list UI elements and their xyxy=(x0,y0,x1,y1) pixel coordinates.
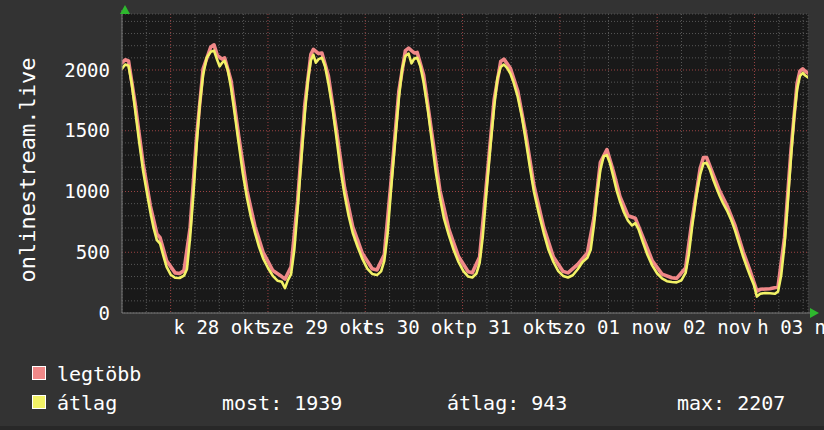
legend-swatch-avg xyxy=(32,395,46,409)
graph-window: onlinestream.live 0500100015002000 k 28 … xyxy=(0,0,824,430)
stat-average: átlag: 943 xyxy=(447,393,567,413)
y-axis-label: 1500 xyxy=(6,121,110,140)
window-bottom-edge xyxy=(0,426,824,430)
x-axis-label: v 02 nov xyxy=(660,317,752,337)
legend-label-avg: átlag xyxy=(57,393,117,413)
y-axis-label: 2000 xyxy=(6,61,110,80)
y-axis-label: 500 xyxy=(6,243,110,262)
y-axis-arrow-icon xyxy=(120,5,130,14)
y-axis-label: 0 xyxy=(6,304,110,323)
legend-swatch-max xyxy=(32,366,46,380)
legend-label-max: legtöbb xyxy=(57,364,141,384)
x-axis-label: sze 29 okt xyxy=(259,317,373,337)
x-axis-label: szo 01 nov xyxy=(551,317,665,337)
x-axis-label: h 03 nov xyxy=(757,317,824,337)
stat-max: max: 2207 xyxy=(677,393,785,413)
y-axis-label: 1000 xyxy=(6,182,110,201)
x-axis-label: p 31 okt xyxy=(465,317,557,337)
x-axis-label: cs 30 okt xyxy=(362,317,465,337)
stat-current: most: 1939 xyxy=(222,393,342,413)
x-axis-label: k 28 okt xyxy=(174,317,266,337)
